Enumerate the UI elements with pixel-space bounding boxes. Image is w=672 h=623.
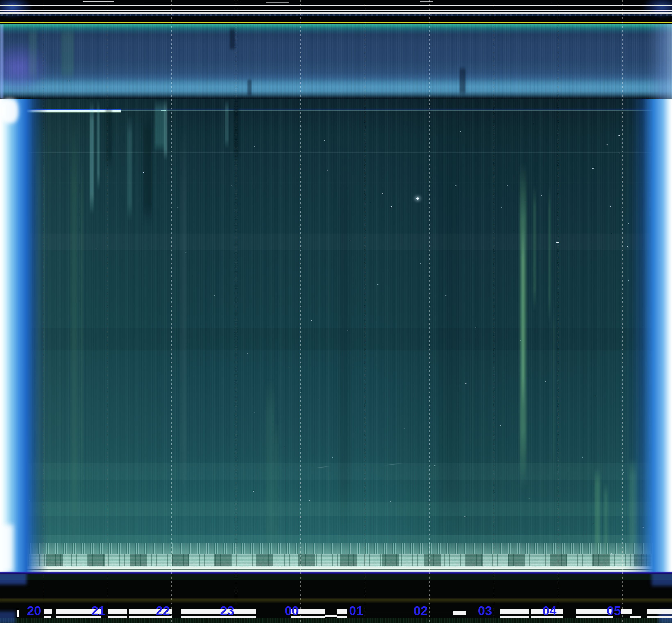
hour-label-05: 05 (602, 604, 626, 617)
hour-gridline (42, 0, 43, 623)
exposure-bar-extra (325, 615, 337, 617)
hour-label-04: 04 (537, 604, 562, 617)
exposure-bar-row1 (500, 609, 529, 614)
ruler-start-tick (17, 610, 19, 618)
hour-label-01: 01 (344, 604, 368, 617)
hour-gridline (300, 0, 301, 623)
exposure-bar-row1 (647, 609, 672, 614)
exposure-bar-row2 (500, 616, 529, 618)
hour-label-02: 02 (408, 604, 433, 617)
exposure-bar-extra (453, 611, 466, 616)
hour-gridline (622, 0, 623, 623)
hour-gridline (365, 0, 365, 623)
hour-gridline (172, 0, 172, 623)
hour-gridline (236, 0, 236, 623)
hour-label-23: 23 (215, 604, 240, 617)
exposure-bar-row2 (630, 616, 641, 618)
keogram-image: 20212223000102030405 (0, 0, 672, 623)
hour-gridlines (0, 0, 672, 623)
hour-label-21: 21 (86, 604, 111, 617)
hour-label-00: 00 (279, 604, 304, 617)
hour-label-22: 22 (151, 604, 175, 617)
hour-gridline (493, 0, 494, 623)
hour-gridline (429, 0, 430, 623)
hour-gridline (558, 0, 558, 623)
exposure-bar-row2 (647, 616, 672, 618)
hour-label-03: 03 (472, 604, 497, 617)
hour-label-20: 20 (22, 604, 46, 617)
hour-gridline (107, 0, 108, 623)
